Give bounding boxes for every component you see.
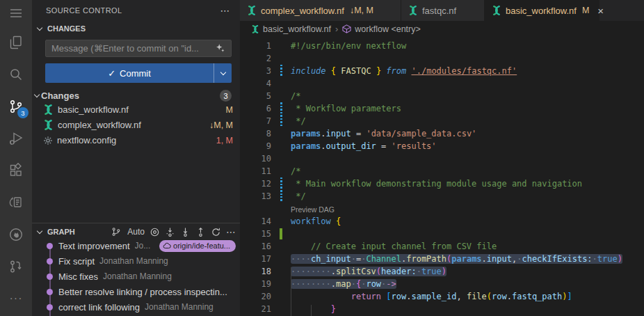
menu-icon[interactable]: [0, 0, 32, 26]
file-row-complex-workflow[interactable]: complex_workflow.nf ↓M, M: [32, 118, 240, 132]
fetch-icon[interactable]: [165, 227, 175, 237]
refresh-icon[interactable]: [211, 227, 221, 237]
line-number: 8: [240, 127, 271, 140]
code-line[interactable]: 1#!/usr/bin/env nextflow: [240, 40, 644, 52]
code-line[interactable]: 9params.output_dir = 'results': [240, 140, 644, 152]
graph-more-icon[interactable]: ⋯: [226, 226, 236, 237]
github-icon[interactable]: [0, 219, 32, 251]
line-number: 12: [240, 177, 271, 190]
code-line[interactable]: 3include { FASTQC } from './modules/fast…: [240, 65, 644, 77]
code-line[interactable]: 13 */: [240, 190, 644, 203]
changes-section-header[interactable]: CHANGES: [35, 21, 86, 36]
activity-more-icon[interactable]: ···: [0, 283, 32, 315]
commit-row[interactable]: Text improvement Jo... origin/ide-featu.…: [32, 238, 240, 253]
tab-bar: complex_workflow.nf ↓M, M fastqc.nf basi…: [240, 0, 644, 21]
breadcrumb-symbol[interactable]: workflow <entry>: [355, 24, 420, 34]
gear-icon: [43, 136, 53, 145]
commit-button-label: Commit: [120, 68, 151, 79]
nextflow-file-icon: [43, 104, 54, 115]
tab-fastqc[interactable]: fastqc.nf: [401, 0, 485, 21]
file-row-basic-workflow[interactable]: basic_workflow.nf M: [32, 102, 240, 117]
selection-highlight: ········.map·{·row·->: [291, 279, 396, 289]
sparkle-icon[interactable]: [216, 43, 225, 53]
search-icon[interactable]: [0, 58, 32, 90]
file-row-nextflow-config[interactable]: nextflow.config 1, M: [32, 133, 240, 148]
breadcrumb-file[interactable]: basic_workflow.nf: [263, 24, 331, 34]
breadcrumb-separator: ›: [335, 24, 338, 34]
code-line[interactable]: 21 }: [240, 303, 644, 315]
git-gutter-mod-marker: [271, 190, 291, 203]
code-lens[interactable]: Preview DAG: [291, 203, 335, 215]
commit-dot-icon: [47, 289, 53, 295]
gutter: [271, 90, 291, 102]
commit-row[interactable]: Misc fixes Jonathan Manning: [32, 269, 240, 284]
commit-dot-icon: [47, 243, 53, 249]
git-gutter-mod-marker: [271, 102, 291, 115]
repo-sync-icon[interactable]: [0, 187, 32, 219]
code-line[interactable]: 14workflow {: [240, 215, 644, 228]
code-line[interactable]: 19········.map·{·row·->: [240, 278, 644, 290]
code-line[interactable]: 5/*: [240, 90, 644, 102]
graph-auto-label[interactable]: Auto: [127, 227, 145, 237]
graph-section-header[interactable]: GRAPH Auto ⋯: [35, 224, 236, 239]
line-number: 9: [240, 140, 271, 152]
code-line[interactable]: 12 * Main workflow demonstrating module …: [240, 177, 644, 190]
code-line[interactable]: 2: [240, 52, 644, 65]
pull-request-icon[interactable]: [0, 251, 32, 283]
chevron-down-icon: [37, 24, 42, 30]
code-line[interactable]: 7 */: [240, 115, 644, 127]
commit-button[interactable]: ✓ Commit: [45, 63, 232, 83]
code-line[interactable]: 10: [240, 152, 644, 165]
tab-complex-workflow[interactable]: complex_workflow.nf ↓M, M: [240, 0, 401, 21]
commit-dot-icon: [47, 258, 53, 264]
target-icon[interactable]: [150, 227, 160, 237]
commit-row[interactable]: correct link following Jonathan Manning: [32, 299, 240, 315]
line-number: 15: [240, 228, 271, 240]
code-line[interactable]: 20 return [row.sample_id, file(row.fastq…: [240, 290, 644, 303]
commit-row[interactable]: Better resolve linking / process inspect…: [32, 284, 240, 299]
gutter: [271, 240, 291, 253]
code-line[interactable]: 18········.splitCsv(header:·true): [240, 265, 644, 278]
pull-icon[interactable]: [180, 227, 191, 237]
tab-basic-workflow[interactable]: basic_workflow.nf M ×: [485, 0, 599, 21]
nextflow-file-icon: [247, 6, 257, 15]
line-number: 5: [240, 90, 271, 102]
changes-group-header[interactable]: Changes 3: [32, 88, 240, 103]
extensions-icon[interactable]: [0, 155, 32, 187]
line-number: 10: [240, 152, 271, 165]
chevron-down-icon: [37, 228, 42, 233]
symbol-cube-icon: [342, 24, 351, 33]
line-number: 21: [240, 303, 271, 315]
run-debug-icon[interactable]: [0, 123, 32, 155]
source-control-icon[interactable]: 3: [0, 90, 32, 123]
line-number: 7: [240, 115, 271, 127]
branch-ref-badge[interactable]: origin/ide-featu...: [159, 240, 236, 252]
git-gutter-mod-marker: [271, 115, 291, 127]
commit-dropdown-button[interactable]: [214, 63, 232, 83]
gutter: [271, 215, 291, 228]
git-status-badge: 1, M: [216, 136, 233, 145]
code-line[interactable]: 17····ch_input·=·Channel.fromPath(params…: [240, 253, 644, 265]
code-line[interactable]: 15: [240, 228, 644, 240]
git-gutter-add-marker: [271, 228, 291, 240]
commit-row[interactable]: Fix script Jonathan Manning: [32, 253, 240, 269]
code-line[interactable]: 6 * Workflow parameters: [240, 102, 644, 115]
code-line[interactable]: 8params.input = 'data/sample_data.csv': [240, 127, 644, 140]
code-editor[interactable]: 1#!/usr/bin/env nextflow23include { FAST…: [240, 37, 644, 316]
source-control-panel: SOURCE CONTROL ⋯ CHANGES ✓ Commit Change…: [32, 0, 240, 316]
push-icon[interactable]: [195, 227, 206, 237]
vscode-window: 3 ··· SOURCE CONTROL ⋯ CHANGES: [0, 0, 644, 316]
panel-more-icon[interactable]: ⋯: [220, 5, 230, 16]
explorer-icon[interactable]: [0, 26, 32, 58]
close-icon[interactable]: ×: [597, 6, 604, 16]
branch-icon[interactable]: [111, 227, 121, 237]
commit-message-input[interactable]: [45, 40, 232, 57]
commit-dot-icon: [47, 274, 53, 280]
code-line[interactable]: 16 // Create input channel from CSV file: [240, 240, 644, 253]
line-number: 6: [240, 102, 271, 115]
line-number: 18: [240, 265, 271, 278]
code-line[interactable]: 4: [240, 77, 644, 90]
line-number: 11: [240, 165, 271, 177]
code-line[interactable]: 11/*: [240, 165, 644, 177]
line-number: 1: [240, 40, 271, 52]
